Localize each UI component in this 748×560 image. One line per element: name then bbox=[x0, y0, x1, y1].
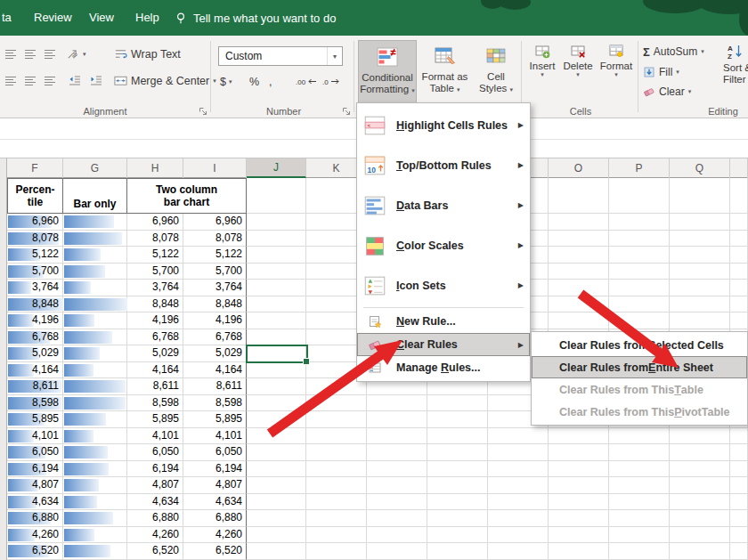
cell-N[interactable] bbox=[488, 428, 549, 445]
cell-L[interactable] bbox=[367, 395, 427, 412]
cell[interactable] bbox=[670, 178, 730, 214]
cell-H[interactable]: 4,634 bbox=[127, 494, 183, 511]
cell-I[interactable]: 4,101 bbox=[183, 428, 247, 445]
cell-N[interactable] bbox=[488, 527, 549, 544]
cell-P[interactable] bbox=[609, 264, 670, 280]
cell-H[interactable]: 4,101 bbox=[127, 428, 183, 445]
cell[interactable] bbox=[247, 178, 306, 214]
menu-item-new-rule[interactable]: New Rule... bbox=[357, 310, 530, 333]
menu-item-data-bars[interactable]: Data Bars▶ bbox=[357, 185, 530, 225]
cell-I[interactable]: 8,078 bbox=[183, 231, 247, 248]
cell-Q[interactable] bbox=[670, 296, 730, 313]
cell-P[interactable] bbox=[609, 296, 670, 313]
cell-M[interactable] bbox=[427, 510, 488, 527]
cell-O[interactable] bbox=[549, 231, 609, 248]
cell-G[interactable] bbox=[63, 362, 127, 379]
cell-F[interactable]: 4,260 bbox=[7, 527, 63, 544]
cell-H[interactable]: 8,611 bbox=[127, 378, 183, 395]
cell-P[interactable] bbox=[609, 477, 670, 494]
cell-P[interactable] bbox=[609, 461, 670, 478]
cell-H[interactable]: 4,260 bbox=[127, 527, 183, 544]
cell-F[interactable]: 4,101 bbox=[7, 428, 63, 445]
cell-K[interactable] bbox=[306, 444, 367, 461]
cell-O[interactable] bbox=[549, 428, 609, 445]
merge-center-button[interactable]: Merge & Center ▾ bbox=[114, 71, 216, 90]
cell-F[interactable]: 4,634 bbox=[7, 494, 63, 511]
cell-R[interactable] bbox=[730, 444, 748, 461]
cell-O[interactable] bbox=[549, 296, 609, 313]
cell-M[interactable] bbox=[427, 461, 488, 478]
cell-Q[interactable] bbox=[670, 231, 730, 248]
cell-J[interactable] bbox=[247, 428, 306, 445]
cell-F[interactable]: 4,164 bbox=[7, 362, 63, 379]
wrap-text-button[interactable]: Wrap Text bbox=[114, 45, 181, 63]
cell-L[interactable] bbox=[367, 428, 427, 445]
fill-button[interactable]: Fill ▾ bbox=[643, 63, 679, 81]
insert-button[interactable]: Insert ▾ bbox=[525, 41, 559, 98]
cell-P[interactable] bbox=[609, 444, 670, 461]
cell-G[interactable] bbox=[63, 428, 127, 445]
cell-R[interactable] bbox=[730, 214, 748, 231]
menu-item-top-bottom-rules[interactable]: 10Top/Bottom Rules▶ bbox=[357, 145, 530, 185]
cell-I[interactable]: 4,260 bbox=[183, 527, 247, 544]
cell-R[interactable] bbox=[730, 280, 748, 296]
cell[interactable] bbox=[549, 178, 609, 214]
cell-H[interactable]: 5,122 bbox=[127, 247, 183, 264]
cell-I[interactable]: 6,960 bbox=[183, 214, 247, 231]
cell-G[interactable] bbox=[63, 461, 127, 478]
cell-F[interactable]: 5,700 bbox=[7, 264, 63, 280]
cell-J[interactable] bbox=[247, 312, 306, 329]
cell-P[interactable] bbox=[609, 510, 670, 527]
cell-I[interactable]: 5,122 bbox=[183, 247, 247, 264]
cell-L[interactable] bbox=[367, 411, 427, 428]
cell-J[interactable] bbox=[247, 444, 306, 461]
cell-F[interactable]: 4,196 bbox=[7, 312, 63, 329]
column-header-F[interactable]: F bbox=[7, 158, 63, 178]
cell-J[interactable] bbox=[247, 378, 306, 395]
sort-filter-button[interactable]: AZ Sort & Filter bbox=[723, 41, 748, 100]
cell-P[interactable] bbox=[609, 527, 670, 544]
cell-H[interactable]: 6,960 bbox=[127, 214, 183, 231]
cell-R[interactable] bbox=[730, 428, 748, 445]
cell-H[interactable]: 3,764 bbox=[127, 280, 183, 296]
cell-J[interactable] bbox=[247, 280, 306, 296]
cell-G[interactable] bbox=[63, 543, 127, 560]
cell-O[interactable] bbox=[549, 444, 609, 461]
cell-M[interactable] bbox=[427, 428, 488, 445]
column-header-P[interactable]: P bbox=[609, 158, 670, 178]
header-cell[interactable]: Percen-tile bbox=[7, 178, 63, 214]
cell-O[interactable] bbox=[549, 494, 609, 511]
decrease-decimal-button[interactable]: .0 bbox=[321, 73, 346, 91]
cell-O[interactable] bbox=[549, 247, 609, 264]
menu-item-color-scales[interactable]: Color Scales▶ bbox=[357, 225, 530, 265]
cell-K[interactable] bbox=[306, 510, 367, 527]
cell-F[interactable]: 6,194 bbox=[7, 461, 63, 478]
cell-Q[interactable] bbox=[670, 527, 730, 544]
cell-G[interactable] bbox=[63, 345, 127, 362]
cell-G[interactable] bbox=[63, 411, 127, 428]
cell-G[interactable] bbox=[63, 378, 127, 395]
cell-N[interactable] bbox=[488, 461, 549, 478]
percent-style-button[interactable]: % bbox=[249, 73, 259, 91]
cell-R[interactable] bbox=[730, 494, 748, 511]
cell-F[interactable]: 6,960 bbox=[7, 214, 63, 231]
cell-O[interactable] bbox=[549, 543, 609, 560]
cell-P[interactable] bbox=[609, 247, 670, 264]
cell-I[interactable]: 6,050 bbox=[183, 444, 247, 461]
cell-I[interactable]: 4,196 bbox=[183, 312, 247, 329]
cell-H[interactable]: 6,194 bbox=[127, 461, 183, 478]
clear-button[interactable]: Clear ▾ bbox=[643, 83, 691, 101]
menu-item-highlight-cells-rules[interactable]: <Highlight Cells Rules▶ bbox=[357, 105, 530, 145]
cell-P[interactable] bbox=[609, 494, 670, 511]
cell-N[interactable] bbox=[488, 444, 549, 461]
cell-I[interactable]: 5,029 bbox=[183, 345, 247, 362]
cell-N[interactable] bbox=[488, 543, 549, 560]
cell-L[interactable] bbox=[367, 527, 427, 544]
cell-F[interactable]: 8,598 bbox=[7, 395, 63, 412]
cell-L[interactable] bbox=[367, 444, 427, 461]
alignment-dialog-launcher[interactable] bbox=[198, 104, 209, 116]
cell-G[interactable] bbox=[63, 395, 127, 412]
cell-F[interactable]: 3,764 bbox=[7, 280, 63, 296]
cell-O[interactable] bbox=[549, 312, 609, 329]
cell-J[interactable] bbox=[247, 477, 306, 494]
